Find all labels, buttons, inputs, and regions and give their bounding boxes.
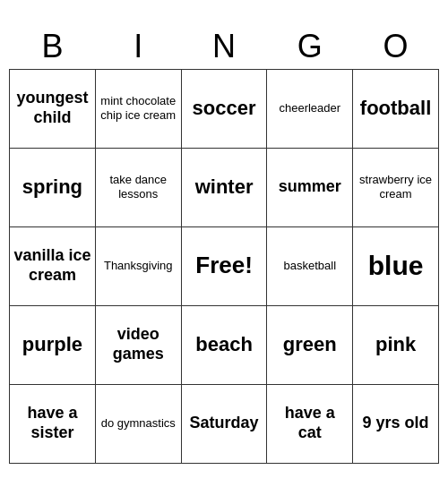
bingo-cell-4-0: have a sister: [10, 384, 96, 463]
bingo-cell-3-2: beach: [181, 305, 267, 384]
bingo-cell-0-2: soccer: [181, 69, 267, 148]
bingo-cell-2-2: Free!: [181, 226, 267, 305]
header-letter-I: I: [95, 24, 181, 70]
bingo-row-3: purplevideo gamesbeachgreenpink: [10, 305, 439, 384]
header-letter-N: N: [181, 24, 267, 70]
bingo-cell-2-1: Thanksgiving: [95, 226, 181, 305]
bingo-cell-4-1: do gymnastics: [95, 384, 181, 463]
bingo-cell-1-2: winter: [181, 148, 267, 226]
bingo-cell-0-0: youngest child: [10, 69, 96, 148]
bingo-cell-1-1: take dance lessons: [95, 148, 181, 226]
header-letter-O: O: [353, 24, 439, 70]
bingo-cell-1-3: summer: [267, 148, 353, 226]
bingo-row-2: vanilla ice creamThanksgivingFree!basket…: [10, 226, 439, 305]
bingo-cell-3-0: purple: [10, 305, 96, 384]
bingo-cell-2-3: basketball: [267, 226, 353, 305]
bingo-cell-1-0: spring: [10, 148, 96, 226]
bingo-header-row: BINGO: [10, 24, 439, 70]
bingo-row-1: springtake dance lessonswintersummerstra…: [10, 148, 439, 226]
bingo-cell-3-3: green: [267, 305, 353, 384]
header-letter-G: G: [267, 24, 353, 70]
header-letter-B: B: [10, 24, 96, 70]
bingo-card: BINGO youngest childmint chocolate chip …: [9, 24, 439, 464]
bingo-cell-3-4: pink: [353, 305, 439, 384]
bingo-cell-1-4: strawberry ice cream: [353, 148, 439, 226]
bingo-cell-0-3: cheerleader: [267, 69, 353, 148]
bingo-cell-0-4: football: [353, 69, 439, 148]
bingo-body: youngest childmint chocolate chip ice cr…: [10, 69, 439, 463]
bingo-cell-4-2: Saturday: [181, 384, 267, 463]
bingo-row-4: have a sisterdo gymnasticsSaturdayhave a…: [10, 384, 439, 463]
bingo-cell-0-1: mint chocolate chip ice cream: [95, 69, 181, 148]
bingo-cell-2-4: blue: [353, 226, 439, 305]
bingo-row-0: youngest childmint chocolate chip ice cr…: [10, 69, 439, 148]
bingo-cell-2-0: vanilla ice cream: [10, 226, 96, 305]
bingo-cell-4-3: have a cat: [267, 384, 353, 463]
bingo-cell-4-4: 9 yrs old: [353, 384, 439, 463]
bingo-cell-3-1: video games: [95, 305, 181, 384]
